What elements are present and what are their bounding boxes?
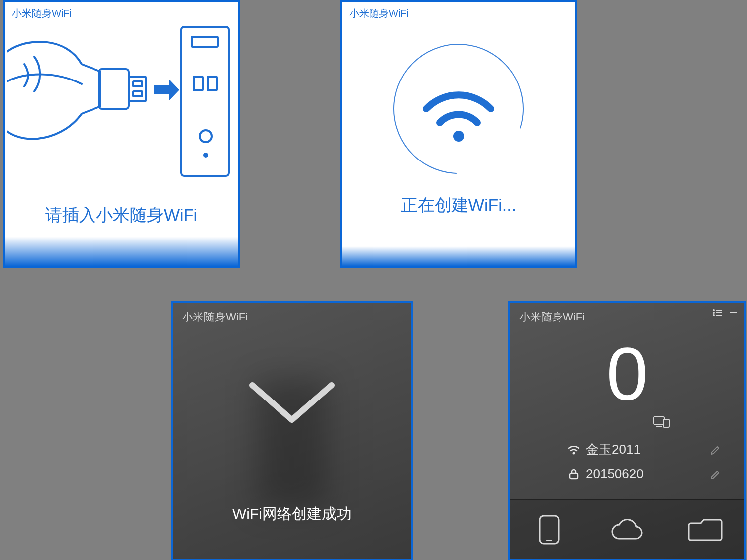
phone-icon [537, 514, 561, 546]
checkmark-icon [237, 370, 347, 440]
lock-icon [565, 468, 583, 480]
insert-wifi-panel: 小米随身WiFi 请插入小米随身WiFi [3, 0, 240, 268]
svg-rect-10 [154, 85, 169, 94]
svg-rect-19 [716, 315, 722, 316]
connected-count: 0 [606, 337, 648, 411]
svg-point-18 [713, 314, 715, 316]
creating-wifi-panel: 小米随身WiFi 正在创建WiFi... [340, 0, 577, 268]
cloud-icon [608, 517, 646, 543]
svg-point-24 [573, 452, 575, 454]
app-title: 小米随身WiFi [342, 2, 575, 25]
password-row: 20150620 [565, 462, 724, 485]
folder-button[interactable] [666, 500, 744, 559]
svg-marker-11 [169, 80, 179, 100]
menu-icon[interactable] [712, 309, 722, 317]
edit-ssid-icon[interactable] [707, 444, 724, 455]
devices-icon [653, 415, 670, 428]
usb-insert-illustration [7, 17, 236, 196]
creating-caption: 正在创建WiFi... [342, 194, 575, 217]
svg-rect-15 [716, 310, 722, 311]
svg-rect-27 [546, 540, 552, 541]
svg-rect-1 [192, 37, 218, 47]
svg-point-5 [204, 154, 207, 157]
svg-point-13 [453, 131, 464, 142]
svg-rect-21 [654, 417, 664, 424]
svg-point-14 [713, 309, 715, 311]
password-value: 20150620 [583, 466, 707, 481]
wifi-icon [565, 444, 583, 455]
svg-rect-3 [208, 77, 217, 90]
ssid-row: 金玉2011 [565, 437, 724, 462]
bottom-toolbar [510, 499, 744, 559]
minimize-icon[interactable] [729, 309, 737, 317]
wifi-status-panel: 小米随身WiFi 0 [508, 301, 746, 560]
edit-password-icon[interactable] [707, 469, 724, 480]
success-caption: WiFi网络创建成功 [173, 504, 411, 524]
svg-rect-9 [133, 91, 142, 96]
app-title: 小米随身WiFi [510, 303, 744, 331]
folder-icon [688, 516, 723, 543]
svg-rect-7 [129, 77, 146, 101]
svg-rect-2 [194, 77, 203, 90]
svg-point-4 [200, 130, 212, 142]
phone-button[interactable] [510, 500, 588, 559]
insert-caption: 请插入小米随身WiFi [5, 204, 238, 227]
app-title: 小米随身WiFi [173, 303, 411, 331]
svg-rect-6 [99, 69, 129, 109]
ssid-value: 金玉2011 [583, 441, 707, 458]
svg-rect-8 [133, 81, 142, 86]
wifi-spinner [384, 34, 533, 183]
svg-rect-25 [570, 473, 578, 479]
svg-rect-23 [663, 419, 669, 427]
svg-rect-26 [540, 516, 559, 544]
svg-rect-20 [730, 312, 737, 313]
wifi-created-panel: 小米随身WiFi WiFi网络创建成功 [171, 301, 413, 560]
svg-point-12 [388, 39, 529, 179]
cloud-button[interactable] [588, 500, 666, 559]
svg-point-16 [713, 312, 715, 314]
svg-rect-17 [716, 312, 722, 313]
